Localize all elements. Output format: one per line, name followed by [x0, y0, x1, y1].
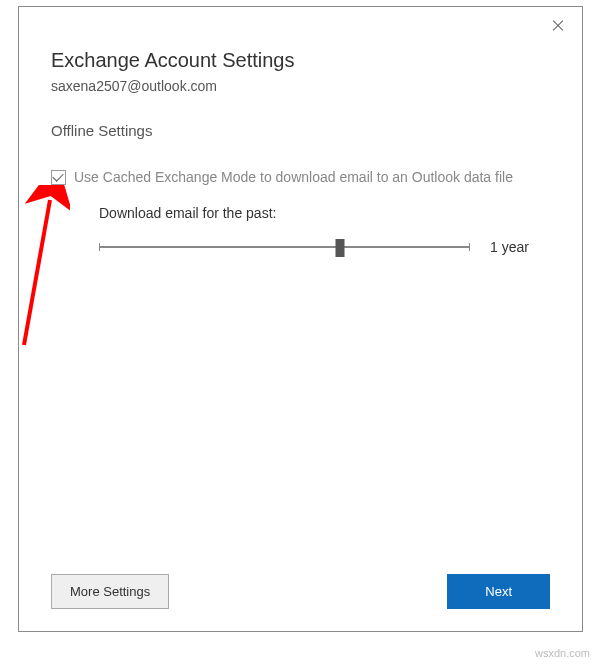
- more-settings-button[interactable]: More Settings: [51, 574, 169, 609]
- cached-mode-label: Use Cached Exchange Mode to download ema…: [74, 169, 513, 185]
- download-range-label: Download email for the past:: [99, 205, 540, 221]
- cached-mode-row: Use Cached Exchange Mode to download ema…: [51, 169, 550, 185]
- download-range-slider[interactable]: [99, 237, 470, 257]
- button-bar: More Settings Next: [51, 574, 550, 609]
- section-heading: Offline Settings: [51, 122, 550, 139]
- watermark: wsxdn.com: [535, 647, 590, 659]
- slider-thumb[interactable]: [336, 239, 345, 257]
- account-email: saxena2507@outlook.com: [51, 78, 550, 94]
- slider-row: 1 year: [99, 237, 540, 257]
- next-button[interactable]: Next: [447, 574, 550, 609]
- dialog-content: Exchange Account Settings saxena2507@out…: [19, 7, 582, 257]
- close-icon[interactable]: [550, 17, 568, 35]
- settings-dialog: Exchange Account Settings saxena2507@out…: [18, 6, 583, 632]
- download-range-section: Download email for the past: 1 year: [51, 205, 550, 257]
- page-title: Exchange Account Settings: [51, 49, 550, 72]
- slider-value-label: 1 year: [490, 239, 540, 255]
- cached-mode-checkbox[interactable]: [51, 170, 66, 185]
